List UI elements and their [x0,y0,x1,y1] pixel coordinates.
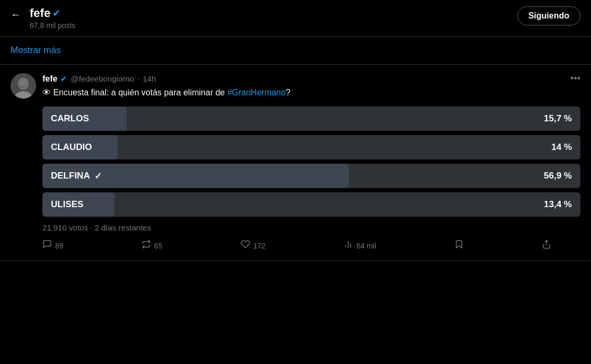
bookmark-action[interactable] [454,239,464,252]
like-action[interactable]: 172 [241,239,266,252]
avatar-image [11,73,36,99]
tweet-verified-icon: ✔ [60,74,67,84]
poll-option-percent: 14 % [551,142,572,153]
like-count: 172 [253,242,266,250]
bookmark-icon [454,239,464,252]
tweet-header: fefe ✔ @fedeebongiorno · 14h ••• [42,73,580,84]
top-header: ← fefe ✔ 67,8 mil posts Siguiendo [0,0,591,37]
poll-option-percent: 56,9 % [544,171,572,181]
svg-point-4 [20,79,27,86]
views-action[interactable]: 64 mil [343,239,376,252]
poll-option-percent: 13,4 % [544,199,572,210]
tweet-time: 14h [143,74,156,83]
tweet-header-left: fefe ✔ @fedeebongiorno · 14h [42,74,156,84]
poll-option-label: CLAUDIO [42,142,92,153]
tweet-text-prefix: 👁 Encuesta final: a quién votás para eli… [42,88,227,97]
tweet-container: fefe ✔ @fedeebongiorno · 14h ••• 👁 Encue… [0,65,591,261]
views-count: 64 mil [356,242,376,250]
avatar [11,73,36,99]
tweet-text: 👁 Encuesta final: a quién votás para eli… [42,86,580,99]
verified-badge-icon: ✔ [52,7,60,19]
comment-icon [42,239,52,252]
poll-selected-icon: ✓ [94,171,102,182]
comment-count: 89 [55,242,64,250]
poll-remaining: 2 días restantes [94,223,151,232]
post-count: 67,8 mil posts [30,21,75,30]
tweet-author: fefe [42,74,57,84]
poll-option[interactable]: CLAUDIO14 % [42,135,580,159]
tweet-separator: · [137,74,139,83]
back-button[interactable]: ← [11,8,21,21]
header-left: ← fefe ✔ 67,8 mil posts [11,6,75,30]
poll-option[interactable]: ULISES13,4 % [42,192,580,217]
tweet-text-suffix: ? [286,88,290,97]
share-icon [542,239,551,252]
views-icon [343,239,353,252]
poll-option[interactable]: DELFINA✓56,9 % [42,164,580,188]
profile-name: fefe [30,6,50,20]
comment-action[interactable]: 89 [42,239,64,252]
mostrar-mas-link[interactable]: Mostrar más [11,45,60,55]
poll-option-label: CARLOS [42,113,89,124]
poll-meta: 21.910 votos · 2 días restantes [42,223,580,232]
poll-option[interactable]: CARLOS15,7 % [42,106,580,131]
tweet-body: fefe ✔ @fedeebongiorno · 14h ••• 👁 Encue… [42,73,580,252]
tweet-handle: @fedeebongiorno [70,74,134,83]
profile-name-row: fefe ✔ [30,6,75,20]
like-icon [241,239,250,252]
tweet-hashtag[interactable]: #GranHermano [227,88,286,97]
poll-option-label: ULISES [42,199,83,210]
poll-option-percent: 15,7 % [544,113,572,124]
action-bar: 89 65 172 [42,239,551,252]
poll-container: CARLOS15,7 %CLAUDIO14 %DELFINA✓56,9 %ULI… [42,106,580,217]
mostrar-mas-section: Mostrar más [0,37,591,65]
retweet-count: 65 [154,242,163,250]
retweet-action[interactable]: 65 [142,239,163,252]
retweet-icon [142,239,151,252]
share-action[interactable] [542,239,551,252]
following-button[interactable]: Siguiendo [517,6,580,25]
profile-name-section: fefe ✔ 67,8 mil posts [30,6,75,30]
poll-option-label: DELFINA✓ [42,171,102,182]
tweet-more-button[interactable]: ••• [570,73,580,84]
poll-votes: 21.910 votos [42,223,88,232]
